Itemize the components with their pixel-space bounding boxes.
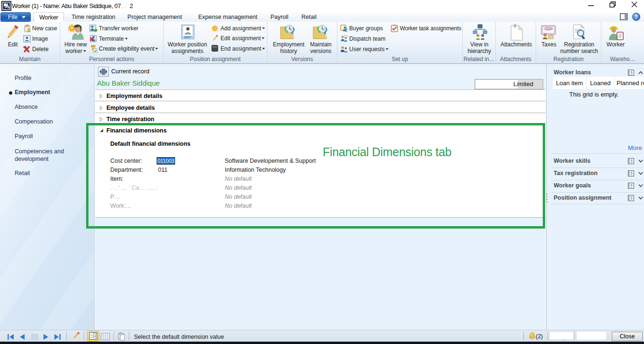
svg-text:00000: 00000: [545, 27, 553, 30]
